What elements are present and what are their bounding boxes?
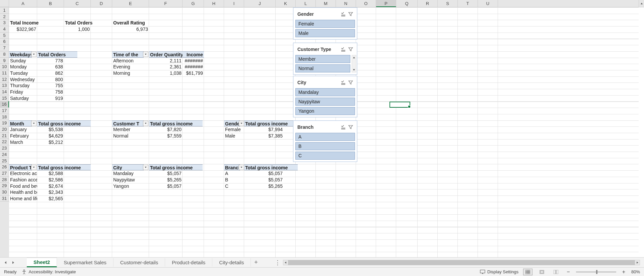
column-header-j[interactable]: J: [244, 0, 276, 7]
column-header-f[interactable]: F: [149, 0, 183, 7]
row-header-23[interactable]: 23: [0, 145, 9, 152]
active-cell[interactable]: [389, 102, 410, 108]
column-header-h[interactable]: H: [204, 0, 224, 7]
zoom-out-button[interactable]: −: [565, 269, 571, 275]
gender-gross-income-header[interactable]: Total gross income: [244, 120, 298, 127]
slicer-item-c[interactable]: C: [295, 152, 355, 160]
row-header-24[interactable]: 24: [0, 152, 9, 158]
row-header-3[interactable]: 3: [0, 20, 9, 26]
select-all-corner[interactable]: [0, 0, 9, 7]
slicer-scrollbar[interactable]: [352, 55, 356, 72]
slicer-item-member[interactable]: Member: [295, 55, 350, 63]
customer-type-header[interactable]: Customer T: [112, 120, 144, 127]
row-header-7[interactable]: 7: [0, 45, 9, 51]
row-header-21[interactable]: 21: [0, 133, 9, 139]
column-header-c[interactable]: C: [64, 0, 91, 7]
row-header-17[interactable]: 17: [0, 108, 9, 114]
slicer-item-b[interactable]: B: [295, 142, 355, 150]
scroll-left-icon[interactable]: [283, 260, 288, 265]
column-header-g[interactable]: G: [183, 0, 204, 7]
multiselect-icon[interactable]: [340, 124, 346, 130]
filter-icon[interactable]: [348, 46, 354, 52]
row-header-14[interactable]: 14: [0, 89, 9, 95]
city-dropdown-icon[interactable]: [143, 165, 148, 170]
slicer-item-naypyitaw[interactable]: Naypyitaw: [295, 98, 355, 106]
branch-dropdown-icon[interactable]: [239, 165, 244, 170]
product-type-header[interactable]: Product Ty: [9, 164, 32, 171]
column-header-u[interactable]: U: [478, 0, 498, 7]
scroll-up-button[interactable]: [639, 0, 644, 7]
row-header-20[interactable]: 20: [0, 126, 9, 133]
month-dropdown-icon[interactable]: [31, 121, 37, 126]
row-header-22[interactable]: 22: [0, 139, 9, 145]
multiselect-icon[interactable]: [340, 11, 346, 17]
zoom-slider[interactable]: [576, 271, 616, 273]
row-header-8[interactable]: 8: [0, 51, 9, 58]
row-header-4[interactable]: 4: [0, 26, 9, 33]
slicer-item-mandalay[interactable]: Mandalay: [295, 88, 355, 96]
row-header-12[interactable]: 12: [0, 76, 9, 83]
slicer-item-male[interactable]: Male: [295, 29, 355, 37]
page-layout-view-button[interactable]: [537, 269, 547, 275]
row-header-11[interactable]: 11: [0, 70, 9, 76]
total-orders-header[interactable]: Total Orders: [37, 51, 77, 58]
tabs-more-icon[interactable]: ⋮: [274, 259, 281, 266]
row-header-19[interactable]: 19: [0, 120, 9, 126]
slicer-item-a[interactable]: A: [295, 133, 355, 141]
month-header[interactable]: Month: [9, 120, 32, 127]
column-header-q[interactable]: Q: [396, 0, 418, 7]
column-header-n[interactable]: N: [336, 0, 356, 7]
filter-icon[interactable]: [348, 79, 354, 86]
filter-icon[interactable]: [348, 124, 354, 130]
row-header-6[interactable]: 6: [0, 39, 9, 45]
city-gross-income-header[interactable]: Total gross income: [149, 164, 203, 171]
customer-gross-income-header[interactable]: Total gross income: [149, 120, 203, 127]
column-header-b[interactable]: B: [37, 0, 64, 7]
row-header-30[interactable]: 30: [0, 189, 9, 196]
multiselect-icon[interactable]: [340, 46, 346, 52]
slicer-item-yangon[interactable]: Yangon: [295, 107, 355, 115]
display-settings-button[interactable]: Display Settings: [480, 269, 518, 275]
row-header-2[interactable]: 2: [0, 14, 9, 20]
row-header-27[interactable]: 27: [0, 170, 9, 177]
time-of-day-header[interactable]: Time of the: [112, 51, 144, 58]
gender-pivot-header[interactable]: Gender: [224, 120, 240, 127]
customer-type-slicer[interactable]: Customer Type Member Normal: [293, 43, 357, 75]
column-header-m[interactable]: M: [316, 0, 336, 7]
row-header-16[interactable]: 16: [0, 101, 9, 108]
city-pivot-header[interactable]: City: [112, 164, 144, 171]
row-header-31[interactable]: 31: [0, 196, 9, 202]
branch-pivot-header[interactable]: Branch: [224, 164, 240, 171]
income-header[interactable]: Income: [183, 51, 204, 58]
add-sheet-button[interactable]: +: [251, 259, 261, 266]
page-break-view-button[interactable]: [551, 269, 561, 275]
month-gross-income-header[interactable]: Total gross income: [37, 120, 91, 127]
branch-slicer[interactable]: Branch A B C: [293, 120, 357, 162]
column-header-p[interactable]: P: [376, 0, 396, 7]
row-header-25[interactable]: 25: [0, 158, 9, 164]
row-header-26[interactable]: 26: [0, 164, 9, 170]
time-of-day-dropdown-icon[interactable]: [143, 52, 148, 57]
column-header-k[interactable]: K: [276, 0, 296, 7]
column-header-l[interactable]: L: [296, 0, 316, 7]
tab-sheet2[interactable]: Sheet2: [27, 258, 57, 267]
column-header-a[interactable]: A: [9, 0, 37, 7]
zoom-level[interactable]: 80%: [631, 269, 640, 274]
scroll-down-icon[interactable]: [352, 67, 356, 72]
row-header-15[interactable]: 15: [0, 95, 9, 102]
horizontal-scrollbar[interactable]: [283, 260, 640, 265]
scroll-right-icon[interactable]: [635, 260, 640, 265]
tab-next-icon[interactable]: [9, 259, 17, 266]
row-header-28[interactable]: 28: [0, 177, 9, 183]
product-dropdown-icon[interactable]: [31, 165, 37, 170]
tab-supermarket-sales[interactable]: Supermarket Sales: [57, 258, 114, 267]
row-header-13[interactable]: 13: [0, 82, 9, 89]
zoom-in-button[interactable]: +: [621, 269, 627, 275]
normal-view-button[interactable]: [523, 269, 532, 275]
column-header-i[interactable]: I: [224, 0, 244, 7]
filter-icon[interactable]: [348, 11, 354, 17]
column-header-d[interactable]: D: [91, 0, 112, 7]
weekdays-dropdown-icon[interactable]: [31, 52, 37, 57]
row-header-10[interactable]: 10: [0, 64, 9, 70]
column-header-t[interactable]: T: [458, 0, 478, 7]
